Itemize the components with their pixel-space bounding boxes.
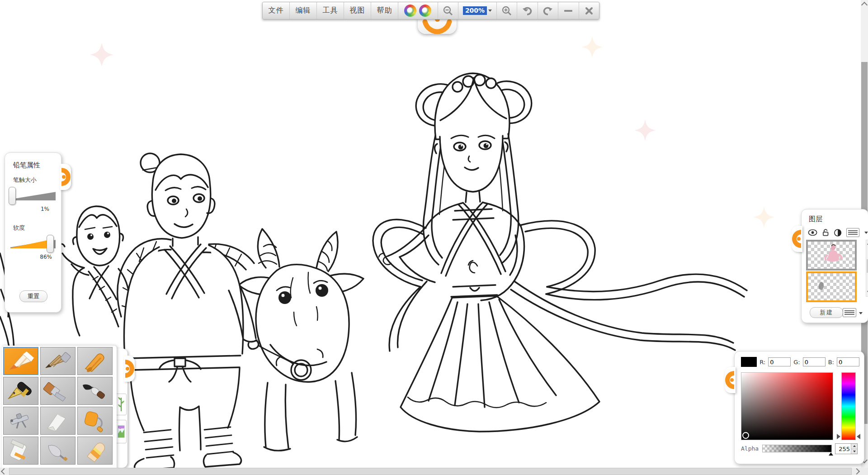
layer-item-bottom[interactable] (806, 271, 857, 302)
palette-knife-icon (42, 438, 74, 463)
clown-eyes-group (398, 2, 438, 19)
brush-size-slider-handle[interactable] (9, 187, 16, 205)
tool-paint-roller[interactable] (77, 407, 113, 435)
rainbow-face-icon[interactable] (404, 5, 416, 17)
scroll-up-icon[interactable] (861, 2, 868, 8)
undo-button[interactable] (517, 2, 538, 19)
tool-eraser[interactable] (77, 437, 113, 465)
zoom-dropdown-caret[interactable] (488, 10, 492, 12)
menu-file[interactable]: 文件 (263, 2, 290, 19)
brush-size-slider[interactable] (9, 186, 57, 206)
alpha-value: 255 (835, 446, 851, 452)
scrollbar-corner (861, 468, 868, 475)
tool-ink-brush[interactable] (77, 377, 113, 405)
horizontal-scroll-thumb[interactable] (9, 468, 852, 475)
main-toolbar: 文件 编辑 工具 视图 帮助 200% (262, 2, 599, 19)
child-figure (56, 206, 130, 341)
softness-label: 软度 (13, 224, 61, 232)
reset-button[interactable]: 重置 (19, 290, 47, 302)
layer-opacity-icon[interactable] (834, 229, 841, 237)
layer-mode-list-icon[interactable] (846, 228, 859, 237)
horizontal-scrollbar[interactable] (0, 468, 861, 475)
tab-picture-stamps[interactable] (115, 420, 127, 443)
tool-sketch-pencil[interactable] (40, 347, 75, 375)
layer-list (806, 240, 865, 302)
zoom-in-button[interactable] (497, 2, 517, 19)
g-input[interactable] (803, 357, 826, 366)
zoom-in-icon (501, 5, 512, 16)
fountain-pen-icon (5, 379, 37, 403)
color-picker-panel: R: G: B: Alpha 255 (734, 351, 864, 464)
scroll-left-icon[interactable] (0, 469, 8, 474)
alpha-spin-down[interactable] (851, 449, 857, 454)
layers-panel-title: 图层 (809, 215, 868, 223)
crayon-icon (79, 349, 111, 373)
oil-brush-icon (42, 379, 74, 403)
panel-grip-icon (792, 229, 802, 249)
tool-paper-blender[interactable] (40, 407, 75, 435)
layer-top-thumbnail (808, 242, 855, 269)
redo-icon (542, 5, 554, 16)
sv-marker[interactable] (742, 432, 749, 439)
tool-airbrush[interactable] (3, 407, 38, 435)
rainbow-palette-icon[interactable] (419, 5, 431, 17)
toolbar-clown-handle[interactable] (418, 18, 457, 34)
alpha-spin-up[interactable] (851, 444, 857, 449)
minimize-icon (564, 10, 572, 12)
pencil-panel-handle[interactable] (60, 164, 71, 190)
tool-pencil[interactable] (3, 347, 38, 375)
tab-plant-stamps[interactable] (115, 394, 127, 415)
softness-slider-handle[interactable] (47, 235, 54, 253)
scroll-right-icon[interactable] (853, 469, 861, 474)
layer-menu-caret[interactable] (859, 312, 863, 314)
alpha-marker[interactable] (829, 452, 833, 456)
menu-view[interactable]: 视图 (344, 2, 371, 19)
zoom-out-button[interactable] (438, 2, 458, 19)
menu-edit[interactable]: 编辑 (290, 2, 317, 19)
paint-tube-icon (5, 438, 37, 463)
tool-oil-brush[interactable] (40, 377, 75, 405)
r-input[interactable] (768, 357, 791, 366)
ink-brush-icon (79, 379, 111, 403)
undo-icon (521, 5, 533, 16)
close-button[interactable] (579, 2, 599, 19)
tool-palette-knife[interactable] (40, 437, 75, 465)
menu-tools[interactable]: 工具 (317, 2, 344, 19)
alpha-label: Alpha (741, 445, 759, 452)
eraser-icon (79, 438, 111, 463)
color-panel-handle[interactable] (725, 367, 736, 393)
menu-help[interactable]: 帮助 (371, 2, 398, 19)
hue-marker-right[interactable] (857, 434, 860, 439)
hue-bar[interactable] (841, 372, 856, 440)
tool-paint-tube[interactable] (3, 437, 38, 465)
zoom-level-field[interactable]: 200% (458, 2, 496, 19)
hue-marker-left[interactable] (837, 434, 840, 439)
current-color-swatch (741, 357, 757, 367)
tool-crayon[interactable] (77, 347, 113, 375)
layers-panel-handle[interactable] (792, 226, 802, 252)
zoom-level-value[interactable]: 200% (463, 6, 487, 15)
layer-lock-icon[interactable] (822, 228, 829, 237)
brush-size-label: 笔触大小 (13, 176, 61, 184)
softness-slider[interactable] (9, 234, 57, 254)
pencil-panel-title: 铅笔属性 (13, 161, 61, 170)
tool-fountain-pen[interactable] (3, 377, 38, 405)
alpha-spinner: 255 (835, 443, 858, 454)
tool-palette-handle[interactable] (124, 356, 135, 382)
zoom-out-icon (443, 5, 453, 16)
saturation-value-square[interactable] (741, 372, 833, 440)
layer-menu-list-icon[interactable] (843, 308, 856, 317)
layer-list-scrollbar[interactable] (866, 240, 868, 297)
airbrush-icon (5, 408, 37, 433)
minimize-button[interactable] (558, 2, 579, 19)
layer-visibility-icon[interactable] (808, 229, 817, 236)
b-input[interactable] (837, 357, 859, 366)
layer-mode-caret[interactable] (864, 232, 868, 234)
redo-button[interactable] (538, 2, 558, 19)
layer-bottom-thumbnail (808, 273, 855, 300)
panel-grip-icon (725, 370, 735, 390)
alpha-slider[interactable] (762, 445, 832, 452)
plant-stamp-icon (118, 396, 125, 413)
new-layer-button[interactable]: 新建 (810, 307, 843, 318)
layer-item-top[interactable] (806, 240, 857, 271)
